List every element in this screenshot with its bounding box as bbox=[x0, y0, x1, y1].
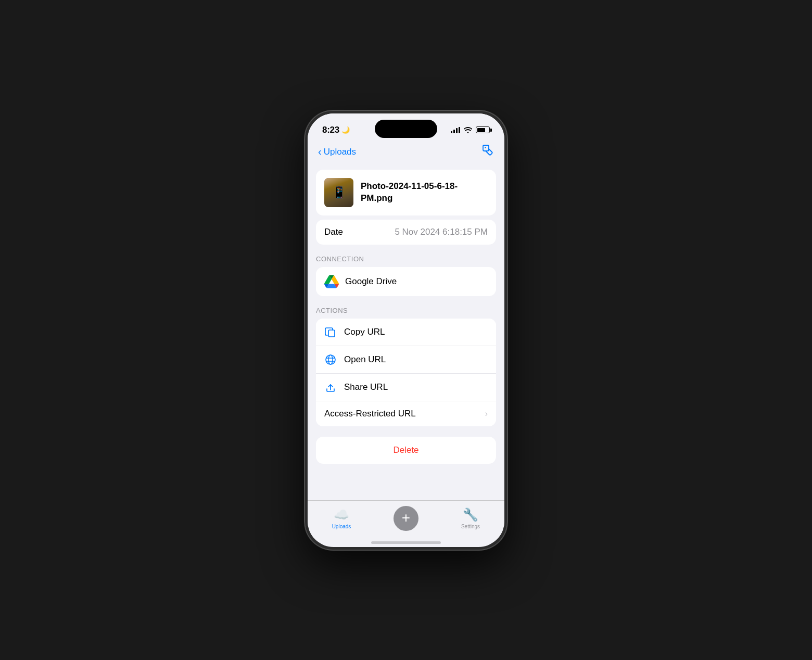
copy-icon bbox=[324, 326, 337, 338]
moon-icon: 🌙 bbox=[341, 126, 350, 134]
share-url-label: Share URL bbox=[344, 382, 488, 392]
add-button[interactable]: + bbox=[394, 506, 418, 531]
settings-tab-icon: 🔧 bbox=[463, 507, 478, 522]
settings-tab-label: Settings bbox=[461, 524, 480, 529]
back-button[interactable]: ‹ Uploads bbox=[318, 146, 356, 158]
access-restricted-label: Access-Restricted URL bbox=[324, 409, 478, 419]
home-indicator bbox=[371, 541, 441, 544]
delete-button[interactable]: Delete bbox=[316, 437, 496, 464]
uploads-tab-icon: ☁️ bbox=[334, 507, 349, 522]
connection-name: Google Drive bbox=[345, 276, 397, 287]
dynamic-island bbox=[375, 120, 437, 138]
file-name: Photo-2024-11-05-6-18-PM.png bbox=[361, 181, 488, 204]
tab-settings[interactable]: 🔧 Settings bbox=[455, 507, 486, 529]
connection-section-header: CONNECTION bbox=[316, 255, 496, 263]
actions-section: Copy URL Open URL bbox=[316, 319, 496, 426]
google-drive-icon bbox=[324, 274, 339, 289]
chevron-left-icon: ‹ bbox=[318, 146, 322, 158]
date-section: Date 5 Nov 2024 6:18:15 PM bbox=[316, 220, 496, 245]
status-time: 8:23 bbox=[322, 125, 339, 135]
uploads-tab-label: Uploads bbox=[332, 524, 351, 529]
file-thumbnail bbox=[324, 178, 353, 207]
status-icons bbox=[451, 126, 490, 133]
date-label: Date bbox=[324, 227, 343, 237]
open-url-label: Open URL bbox=[344, 354, 488, 365]
access-restricted-button[interactable]: Access-Restricted URL › bbox=[316, 401, 496, 426]
plus-icon: + bbox=[402, 511, 410, 525]
copy-url-button[interactable]: Copy URL bbox=[316, 319, 496, 346]
battery-icon bbox=[476, 126, 490, 133]
scroll-content: Photo-2024-11-05-6-18-PM.png Date 5 Nov … bbox=[308, 166, 504, 500]
phone-screen: 8:23 🌙 ‹ Up bbox=[308, 113, 504, 547]
globe-icon bbox=[324, 353, 337, 366]
tab-uploads[interactable]: ☁️ Uploads bbox=[326, 507, 357, 529]
chevron-right-icon: › bbox=[485, 409, 488, 418]
nav-bar: ‹ Uploads bbox=[308, 139, 504, 166]
back-label: Uploads bbox=[324, 147, 356, 157]
signal-icon bbox=[451, 127, 460, 133]
svg-point-2 bbox=[326, 355, 335, 364]
copy-url-label: Copy URL bbox=[344, 327, 488, 337]
file-info-section: Photo-2024-11-05-6-18-PM.png bbox=[316, 170, 496, 215]
svg-point-3 bbox=[328, 355, 333, 364]
svg-point-0 bbox=[485, 147, 486, 148]
date-value: 5 Nov 2024 6:18:15 PM bbox=[395, 227, 488, 237]
share-icon bbox=[324, 381, 337, 394]
wifi-icon bbox=[464, 127, 472, 133]
actions-section-header: ACTIONS bbox=[316, 307, 496, 314]
connection-section: Google Drive bbox=[316, 267, 496, 296]
phone-frame: 8:23 🌙 ‹ Up bbox=[304, 110, 508, 550]
tab-bar: ☁️ Uploads + 🔧 Settings bbox=[308, 500, 504, 541]
tag-icon[interactable] bbox=[480, 144, 494, 160]
svg-rect-1 bbox=[328, 330, 335, 337]
open-url-button[interactable]: Open URL bbox=[316, 346, 496, 374]
delete-label: Delete bbox=[393, 445, 418, 455]
share-url-button[interactable]: Share URL bbox=[316, 374, 496, 401]
